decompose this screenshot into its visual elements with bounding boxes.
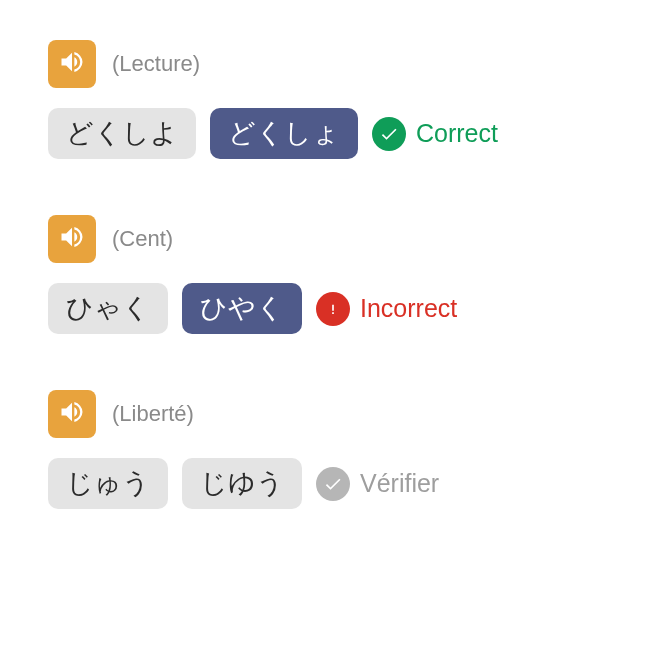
play-audio-button[interactable] [48,40,96,88]
speaker-icon [58,48,86,80]
answer-choice[interactable]: じゆう [182,458,302,509]
status-label: Incorrect [360,294,457,323]
checkmark-icon[interactable] [316,467,350,501]
exclamation-icon [316,292,350,326]
prompt-row: (Cent) [48,215,616,263]
checkmark-icon [372,117,406,151]
answer-choice[interactable]: ひゃく [48,283,168,334]
status-group: Correct [372,117,498,151]
answer-choice[interactable]: どくしよ [48,108,196,159]
play-audio-button[interactable] [48,390,96,438]
status-group: Vérifier [316,467,439,501]
status-group: Incorrect [316,292,457,326]
prompt-label: (Cent) [112,226,173,252]
answer-row: じゅう じゆう Vérifier [48,458,616,509]
prompt-label: (Lecture) [112,51,200,77]
status-label: Correct [416,119,498,148]
answer-choice[interactable]: じゅう [48,458,168,509]
speaker-icon [58,398,86,430]
question-block: (Cent) ひゃく ひやく Incorrect [48,215,616,334]
verify-label[interactable]: Vérifier [360,469,439,498]
play-audio-button[interactable] [48,215,96,263]
question-block: (Lecture) どくしよ どくしょ Correct [48,40,616,159]
question-block: (Liberté) じゅう じゆう Vérifier [48,390,616,509]
prompt-row: (Lecture) [48,40,616,88]
answer-row: どくしよ どくしょ Correct [48,108,616,159]
speaker-icon [58,223,86,255]
answer-choice[interactable]: ひやく [182,283,302,334]
answer-choice[interactable]: どくしょ [210,108,358,159]
prompt-row: (Liberté) [48,390,616,438]
prompt-label: (Liberté) [112,401,194,427]
answer-row: ひゃく ひやく Incorrect [48,283,616,334]
